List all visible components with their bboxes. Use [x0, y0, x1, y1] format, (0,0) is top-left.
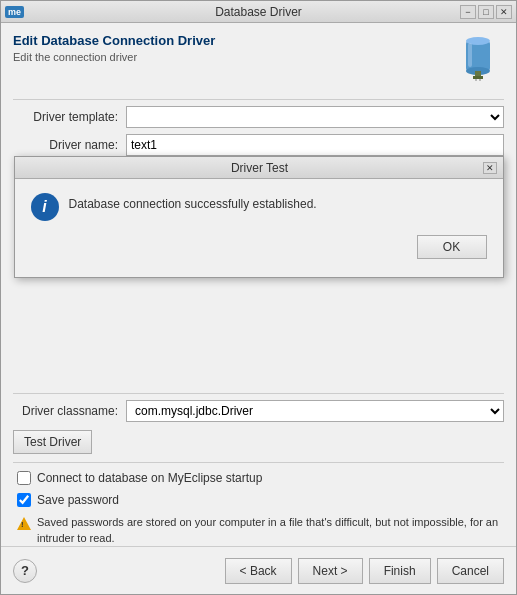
- checkboxes-section: Connect to database on MyEclipse startup…: [13, 471, 504, 546]
- main-window: me Database Driver − □ ✕ Edit Database C…: [0, 0, 517, 595]
- header-text: Edit Database Connection Driver Edit the…: [13, 33, 215, 63]
- connect-startup-row: Connect to database on MyEclipse startup: [13, 471, 504, 485]
- cancel-button[interactable]: Cancel: [437, 558, 504, 584]
- options-divider: [13, 462, 504, 463]
- me-badge: me: [5, 6, 24, 18]
- driver-test-overlay: Driver Test ✕ i Database connection succ…: [1, 156, 516, 278]
- title-bar: me Database Driver − □ ✕: [1, 1, 516, 23]
- test-driver-row: Test Driver: [13, 428, 504, 454]
- warning-row: Saved passwords are stored on your compu…: [13, 515, 504, 546]
- save-password-label[interactable]: Save password: [37, 493, 119, 507]
- maximize-button[interactable]: □: [478, 5, 494, 19]
- save-password-row: Save password: [13, 493, 504, 507]
- header-section: Edit Database Connection Driver Edit the…: [13, 33, 504, 81]
- driver-name-row: Driver name:: [13, 134, 504, 156]
- footer: ? < Back Next > Finish Cancel: [1, 546, 516, 594]
- bottom-section: Driver classname: com.mysql.jdbc.Driver …: [1, 387, 516, 546]
- database-icon: [456, 33, 504, 81]
- connect-startup-checkbox[interactable]: [17, 471, 31, 485]
- driver-template-row: Driver template:: [13, 106, 504, 128]
- driver-template-select[interactable]: [126, 106, 504, 128]
- header-divider: [13, 99, 504, 100]
- warning-text: Saved passwords are stored on your compu…: [37, 515, 500, 546]
- driver-name-label: Driver name:: [13, 138, 118, 152]
- page-title: Edit Database Connection Driver: [13, 33, 215, 48]
- dialog-ok-row: OK: [31, 231, 487, 263]
- footer-left: ?: [13, 559, 37, 583]
- help-button[interactable]: ?: [13, 559, 37, 583]
- svg-rect-3: [468, 43, 472, 67]
- driver-name-input[interactable]: [126, 134, 504, 156]
- bottom-divider: [13, 393, 504, 394]
- close-window-button[interactable]: ✕: [496, 5, 512, 19]
- next-button[interactable]: Next >: [298, 558, 363, 584]
- driver-classname-select[interactable]: com.mysql.jdbc.Driver: [126, 400, 504, 422]
- driver-classname-row: Driver classname: com.mysql.jdbc.Driver: [13, 400, 504, 422]
- info-icon: i: [31, 193, 59, 221]
- dialog-title: Driver Test: [37, 161, 483, 175]
- title-bar-left: me: [5, 6, 24, 18]
- save-password-checkbox[interactable]: [17, 493, 31, 507]
- connect-startup-label[interactable]: Connect to database on MyEclipse startup: [37, 471, 262, 485]
- window-title: Database Driver: [1, 5, 516, 19]
- svg-rect-5: [473, 76, 483, 79]
- driver-classname-label: Driver classname:: [13, 404, 118, 418]
- dialog-message-row: i Database connection successfully estab…: [31, 193, 487, 221]
- driver-template-label: Driver template:: [13, 110, 118, 124]
- header-icon: [456, 33, 504, 81]
- dialog-close-button[interactable]: ✕: [483, 162, 497, 174]
- driver-test-dialog: Driver Test ✕ i Database connection succ…: [14, 156, 504, 278]
- minimize-button[interactable]: −: [460, 5, 476, 19]
- page-subtitle: Edit the connection driver: [13, 51, 215, 63]
- dialog-content: i Database connection successfully estab…: [15, 179, 503, 277]
- dialog-title-bar: Driver Test ✕: [15, 157, 503, 179]
- dialog-ok-button[interactable]: OK: [417, 235, 487, 259]
- finish-button[interactable]: Finish: [369, 558, 431, 584]
- footer-right: < Back Next > Finish Cancel: [225, 558, 504, 584]
- back-button[interactable]: < Back: [225, 558, 292, 584]
- warning-icon: [17, 517, 31, 530]
- title-bar-controls: − □ ✕: [460, 5, 512, 19]
- test-driver-button[interactable]: Test Driver: [13, 430, 92, 454]
- dialog-message: Database connection successfully establi…: [69, 193, 317, 211]
